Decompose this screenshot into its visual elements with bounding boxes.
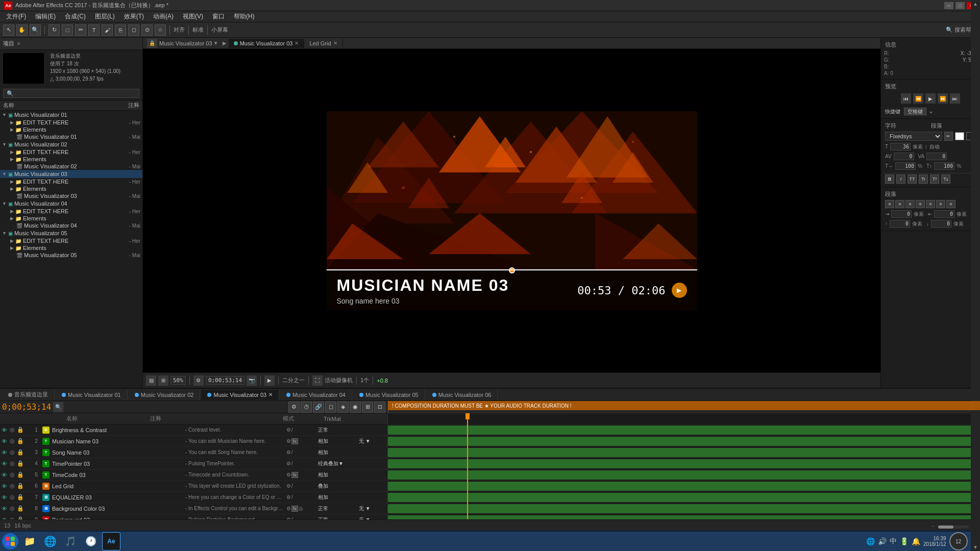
lock-icon-7[interactable]: 🔒: [16, 493, 24, 502]
layer-name-2[interactable]: Musician Name 03: [50, 438, 183, 444]
tl-tab-mv06[interactable]: Music Visualizator 06: [426, 390, 498, 400]
fx-badge-2[interactable]: fx: [291, 438, 298, 444]
layer-mode-6[interactable]: 叠加: [316, 483, 357, 490]
tree-item-mv02[interactable]: ▼ ▣ Music Visualizator 02: [0, 140, 142, 148]
menu-effects[interactable]: 效果(T): [120, 11, 148, 22]
play-button-overlay[interactable]: ▶: [672, 283, 687, 298]
fx-icon-3[interactable]: /: [291, 449, 293, 455]
solo-icon-6[interactable]: ◎: [8, 482, 16, 490]
solo-icon-1[interactable]: ◎: [8, 426, 16, 434]
layer-mode-2[interactable]: 相加: [316, 438, 357, 445]
tray-input-icon[interactable]: 中: [890, 537, 897, 546]
tl-zoom-out-btn[interactable]: -: [932, 522, 934, 529]
vis-icon-8[interactable]: 👁: [0, 505, 8, 513]
before-input[interactable]: [890, 220, 910, 228]
menu-view[interactable]: 视图(V): [179, 11, 207, 22]
prev-step-back-btn[interactable]: ⏪: [913, 93, 923, 104]
layer-mode-4[interactable]: 经典叠加▼: [316, 460, 357, 467]
align-left-btn[interactable]: ≡: [885, 200, 894, 208]
prev-btn-grid[interactable]: ⊞: [158, 375, 168, 386]
info-section-header[interactable]: 信息 ≡: [883, 40, 978, 49]
prev-play-btn[interactable]: ▶: [925, 93, 936, 104]
tree-comp-02[interactable]: 🎬 Music Visualizator 02 - Mai: [14, 163, 142, 170]
menu-composition[interactable]: 合成(C): [61, 11, 90, 22]
fx-icon-4[interactable]: /: [291, 461, 293, 466]
vis-icon-9[interactable]: 👁: [0, 516, 8, 520]
indent-left-input[interactable]: [891, 210, 912, 218]
align-right-btn[interactable]: ≡: [905, 200, 915, 208]
lock-icon-5[interactable]: 🔒: [16, 471, 24, 479]
menu-window[interactable]: 窗口: [208, 11, 229, 22]
solo-icon-3[interactable]: ◎: [8, 448, 16, 457]
expand-arrow-icon[interactable]: ⌄: [928, 107, 934, 115]
layer-mode-1[interactable]: 正常: [316, 427, 357, 434]
tool-eraser[interactable]: ◻: [128, 24, 139, 36]
tl-tab-music-border[interactable]: 音乐频道边里: [2, 390, 55, 400]
layer-mode-5[interactable]: 相加: [316, 471, 357, 479]
justify-left-btn[interactable]: ≡: [916, 200, 925, 208]
tree-comp-05[interactable]: 🎬 Music Visualizator 05 - Mai: [14, 252, 142, 259]
tree-comp-01[interactable]: 🎬 Music Visualizator 01 - Mai: [14, 133, 142, 140]
prev-btn-list[interactable]: ▤: [146, 375, 156, 386]
solo-icon-9[interactable]: ◎: [8, 516, 16, 520]
vis-icon-5[interactable]: 👁: [0, 471, 8, 479]
fx-icon-1[interactable]: /: [291, 427, 293, 433]
layer-mode-7[interactable]: 相加: [316, 494, 357, 501]
tl-tab-mv03[interactable]: Music Visualizator 03 ✕: [201, 390, 279, 400]
menu-animation[interactable]: 动画(A): [149, 11, 178, 22]
italic-btn[interactable]: I: [896, 174, 905, 184]
tab-close-03[interactable]: ✕: [295, 40, 299, 46]
tl-zoom-slider[interactable]: [938, 525, 969, 529]
tree-elements-04[interactable]: ▶ 📁 Elements: [8, 215, 142, 222]
tool-arrow[interactable]: ↖: [3, 24, 14, 36]
justify-center-btn[interactable]: ≡: [926, 200, 935, 208]
prev-to-start-btn[interactable]: ⏮: [901, 93, 911, 104]
tool-clone[interactable]: ⎘: [115, 24, 126, 36]
tl-close-mv03[interactable]: ✕: [268, 392, 273, 397]
lock-icon-2[interactable]: 🔒: [16, 437, 24, 445]
track-clip-2[interactable]: [388, 425, 980, 435]
tree-item-mv03[interactable]: ▼ ▣ Music Visualizator 03: [0, 170, 142, 178]
solo-icon-8[interactable]: ◎: [8, 505, 16, 513]
comp-chevron[interactable]: ▼: [213, 40, 218, 46]
browser-btn[interactable]: 🌐: [41, 532, 59, 550]
tool-roto[interactable]: ⊙: [141, 24, 153, 36]
para-section-header[interactable]: 段落 ≡: [883, 189, 978, 199]
switches-icon-1[interactable]: ⚙: [286, 427, 291, 433]
tab-led-grid[interactable]: Led Grid ✕: [304, 39, 342, 48]
track-clip-9[interactable]: [388, 504, 980, 513]
vis-icon-1[interactable]: 👁: [0, 426, 8, 434]
font-select[interactable]: Fixedsys: [885, 132, 942, 141]
fx-icon-6[interactable]: /: [291, 483, 293, 489]
layer-name-3[interactable]: Song Name 03: [50, 449, 183, 456]
switches-icon-3[interactable]: ⚙: [286, 449, 291, 455]
tool-pen[interactable]: ✏: [75, 24, 86, 36]
start-button[interactable]: [2, 533, 18, 549]
vis-icon-4[interactable]: 👁: [0, 460, 8, 468]
track-clip-6[interactable]: [388, 470, 980, 480]
tool-puppet[interactable]: ☆: [155, 24, 166, 36]
tl-tab-mv02[interactable]: Music Visualizator 02: [129, 390, 201, 400]
tree-elements-01[interactable]: ▶ 📁 Elements: [8, 126, 142, 133]
music-btn[interactable]: 🎵: [61, 532, 80, 550]
tree-elements-02[interactable]: ▶ 📁 Elements: [8, 156, 142, 163]
preview-section-header[interactable]: 预览 ≡: [883, 82, 978, 91]
solo-icon-5[interactable]: ◎: [8, 471, 16, 479]
lock-icon-9[interactable]: 🔒: [16, 516, 24, 520]
bold-btn[interactable]: B: [885, 174, 894, 184]
super-btn[interactable]: T²: [930, 174, 939, 184]
prev-btn-fullscreen[interactable]: ⛶: [312, 375, 323, 386]
track-clip-8[interactable]: [388, 493, 980, 502]
lock-icon-3[interactable]: 🔒: [16, 448, 24, 457]
layer-mode-3[interactable]: 相加: [316, 449, 357, 456]
vis-icon-6[interactable]: 👁: [0, 482, 8, 490]
font-size-input[interactable]: [890, 143, 911, 151]
tl-btn-f[interactable]: ◉: [350, 402, 361, 413]
maximize-button[interactable]: □: [955, 2, 965, 9]
tool-zoom[interactable]: 🔍: [30, 24, 41, 36]
layer-name-1[interactable]: Brightness & Contrast: [50, 427, 183, 433]
tool-rotate[interactable]: ↻: [48, 24, 60, 36]
tool-shape[interactable]: □: [62, 24, 73, 36]
kerning-input[interactable]: [894, 153, 914, 160]
layer-name-4[interactable]: TimePointer 03: [50, 461, 183, 467]
